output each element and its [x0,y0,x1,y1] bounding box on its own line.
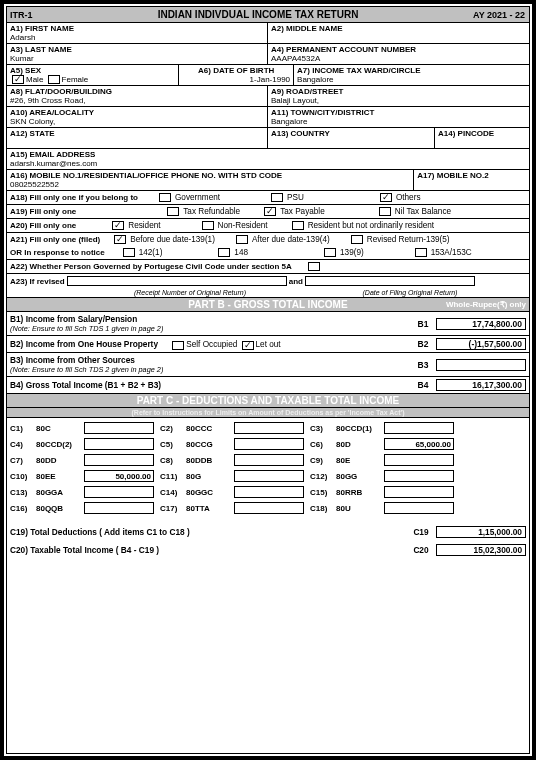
row-a23: A23) If revised and [7,274,529,288]
deduction-box[interactable] [84,486,154,498]
a10-value: SKN Colony, [10,117,264,126]
chk-a22[interactable] [308,262,320,271]
a11-label: A11) TOWN/CITY/DISTRICT [271,108,526,117]
a14-label: A14) PINCODE [438,129,526,138]
row-a21: A21) Fill only one (filed) Before due da… [7,233,529,246]
deduction-box[interactable] [84,422,154,434]
chk-after-due[interactable] [236,235,248,244]
chk-gov[interactable] [159,193,171,202]
line-b4: B4) Gross Total Income (B1 + B2 + B3) B4… [7,377,529,394]
title-bar: ITR-1 INDIAN INDIVDUAL INCOME TAX RETURN… [7,7,529,23]
a16-label: A16) MOBILE NO.1/RESIDENTIAL/OFFICE PHON… [10,171,410,180]
form-body: ITR-1 INDIAN INDIVDUAL INCOME TAX RETURN… [6,6,530,754]
deduction-box[interactable] [234,486,304,498]
chk-revised[interactable] [351,235,363,244]
chk-others[interactable] [380,193,392,202]
deduction-row: C4)80CCD(2)C5)80CCGC6)80D65,000.00 [10,438,526,450]
line-b2: B2) Income from One House Property Self … [7,336,529,353]
deduction-box[interactable] [234,470,304,482]
chk-refundable[interactable] [167,207,179,216]
row-a10-a11: A10) AREA/LOCALITYSKN Colony, A11) TOWN/… [7,107,529,128]
a16-value: 08025522552 [10,180,410,189]
a12-label: A12) STATE [10,129,264,138]
page: ITR-1 INDIAN INDIVDUAL INCOME TAX RETURN… [0,0,536,760]
deduction-box[interactable] [234,502,304,514]
a15-value: adarsh.kumar@nes.com [10,159,526,168]
line-c19: C19) Total Deductions ( Add items C1 to … [7,524,529,540]
line-b3: B3) Income from Other Sources(Note: Ensu… [7,353,529,377]
form-title: INDIAN INDIVDUAL INCOME TAX RETURN [62,9,454,20]
part-c-sub: (Refer to Instructions for Limits on Amo… [7,408,529,418]
row-a16-a17: A16) MOBILE NO.1/RESIDENTIAL/OFFICE PHON… [7,170,529,191]
deduction-box[interactable] [384,454,454,466]
chk-142[interactable] [123,248,135,257]
deduction-box[interactable] [234,422,304,434]
chk-nonresident[interactable] [202,221,214,230]
chk-nil[interactable] [379,207,391,216]
a8-label: A8) FLAT/DOOR/BUILDING [10,87,264,96]
a9-value: Balaji Layout, [271,96,526,105]
a4-value: AAAPA4532A [271,54,526,63]
row-a8-a9: A8) FLAT/DOOR/BUILDING#26, 9th Cross Roa… [7,86,529,107]
deduction-box[interactable] [84,454,154,466]
a5-value: Male Female [10,75,175,84]
a10-label: A10) AREA/LOCALITY [10,108,264,117]
deduction-box[interactable] [84,502,154,514]
chk-psu[interactable] [271,193,283,202]
a1-value: Adarsh [10,33,264,42]
row-a12-a13-a14: A12) STATE A13) COUNTRY A14) PINCODE [7,128,529,149]
b2-amount: (-)1,57,500.00 [436,338,526,350]
deduction-row: C1)80CC2)80CCCC3)80CCD(1) [10,422,526,434]
chk-153[interactable] [415,248,427,257]
c19-amount: 1,15,000.00 [436,526,526,538]
deduction-box[interactable] [234,438,304,450]
deduction-row: C7)80DDC8)80DDBC9)80E [10,454,526,466]
deduction-box[interactable] [84,438,154,450]
deduction-box[interactable] [384,422,454,434]
row-a3-a4: A3) LAST NAMEKumar A4) PERMANENT ACCOUNT… [7,44,529,65]
a17-label: A17) MOBILE NO.2 [417,171,526,180]
row-a21b: OR In response to notice 142(1) 148 139(… [7,246,529,260]
chk-payable[interactable] [264,207,276,216]
form-code: ITR-1 [7,10,62,20]
a7-value: Bangalore [297,75,526,84]
deduction-box[interactable] [384,470,454,482]
chk-self-occ[interactable] [172,341,184,350]
a1-label: A1) FIRST NAME [10,24,264,33]
deduction-row: C16)80QQBC17)80TTAC18)80U [10,502,526,514]
checkbox-male[interactable] [12,75,24,84]
a7-label: A7) INCOME TAX WARD/CIRCLE [297,66,526,75]
row-a23-captions: (Receipt Number of Original Return) (Dat… [7,288,529,298]
deduction-box[interactable] [384,486,454,498]
row-a20: A20) Fill only one Resident Non-Resident… [7,219,529,233]
a6-label: A6) DATE OF BIRTH [182,66,290,75]
row-a19: A19) Fill only one Tax Refundable Tax Pa… [7,205,529,219]
box-receipt-no[interactable] [67,276,287,286]
deduction-box[interactable] [234,454,304,466]
a4-label: A4) PERMANENT ACCOUNT NUMBER [271,45,526,54]
deduction-box[interactable]: 65,000.00 [384,438,454,450]
chk-before-due[interactable] [114,235,126,244]
row-a22: A22) Whether Person Governed by Portuges… [7,260,529,274]
row-a5-a6-a7: A5) SEX Male Female A6) DATE OF BIRTH 1-… [7,65,529,86]
part-c-header: PART C - DEDUCTIONS AND TAXABLE TOTAL IN… [7,394,529,408]
b4-amount: 16,17,300.00 [436,379,526,391]
box-original-date[interactable] [305,276,475,286]
row-a18: A18) Fill only one if you belong to Gove… [7,191,529,205]
chk-139-9[interactable] [324,248,336,257]
deductions-grid: C1)80CC2)80CCCC3)80CCD(1)C4)80CCD(2)C5)8… [7,418,529,522]
deduction-row: C13)80GGAC14)80GGCC15)80RRB [10,486,526,498]
checkbox-female[interactable] [48,75,60,84]
deduction-row: C10)80EE50,000.00C11)80GC12)80GG [10,470,526,482]
a9-label: A9) ROAD/STREET [271,87,526,96]
a11-value: Bangalore [271,117,526,126]
line-b1: B1) Income from Salary/Pension(Note: Ens… [7,312,529,336]
deduction-box[interactable]: 50,000.00 [84,470,154,482]
assessment-year: AY 2021 - 22 [454,10,529,20]
chk-148[interactable] [218,248,230,257]
chk-rnor[interactable] [292,221,304,230]
line-c20: C20) Taxable Total Income ( B4 - C19 ) C… [7,542,529,558]
deduction-box[interactable] [384,502,454,514]
chk-resident[interactable] [112,221,124,230]
chk-letout[interactable] [242,341,254,350]
